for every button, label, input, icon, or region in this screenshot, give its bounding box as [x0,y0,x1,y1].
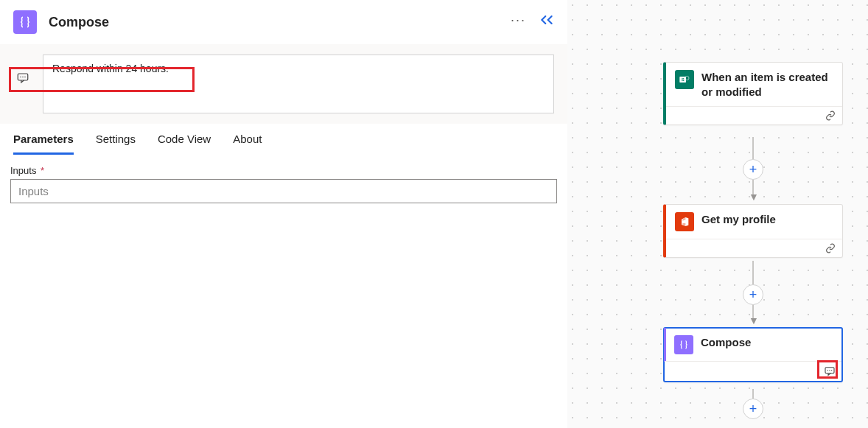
add-step-button[interactable]: + [743,159,763,180]
card-title: Compose [701,335,751,350]
compose-icon [13,10,37,34]
note-section: Respond within 24 hours. [0,44,567,124]
flow-card-get-profile[interactable]: Get my profile [663,204,843,258]
inputs-label: Inputs * [10,165,557,176]
flow-canvas[interactable]: S When an item is created or modified + … [567,0,868,428]
tab-about[interactable]: About [233,133,262,155]
inputs-field[interactable] [10,179,557,203]
connector-line [752,137,754,159]
svg-point-10 [831,370,832,371]
tab-code-view[interactable]: Code View [158,133,211,155]
form-section: Inputs * [0,155,567,214]
tab-parameters[interactable]: Parameters [13,133,74,155]
collapse-panel-button[interactable] [539,15,554,25]
svg-point-1 [20,77,21,78]
link-icon [825,243,836,253]
connector-line [752,389,754,399]
svg-point-3 [24,77,26,78]
add-step-button[interactable]: + [743,399,763,419]
sharepoint-icon: S [675,70,694,89]
note-box[interactable]: Respond within 24 hours. [43,55,554,113]
panel-header: Compose ··· [0,0,567,44]
connector-line [752,261,754,284]
card-title: When an item is created or modified [701,70,833,99]
svg-text:S: S [682,77,685,82]
arrow-head-icon: ▼ [749,192,759,202]
more-actions-button[interactable]: ··· [511,13,526,27]
compose-icon [674,335,693,354]
card-title: Get my profile [701,212,776,227]
comment-icon [824,365,836,377]
panel-title: Compose [49,15,109,30]
svg-point-8 [827,370,828,371]
link-icon [825,110,836,121]
flow-card-compose[interactable]: Compose [663,327,843,382]
svg-point-2 [22,77,24,78]
tab-settings[interactable]: Settings [96,133,136,155]
tabs: Parameters Settings Code View About [0,124,567,155]
comment-icon [16,71,29,85]
add-step-button[interactable]: + [743,284,763,305]
note-text: Respond within 24 hours. [52,63,169,74]
arrow-head-icon: ▼ [749,315,759,326]
flow-card-trigger[interactable]: S When an item is created or modified [663,62,843,125]
office-icon [675,212,694,231]
svg-point-9 [829,370,830,371]
